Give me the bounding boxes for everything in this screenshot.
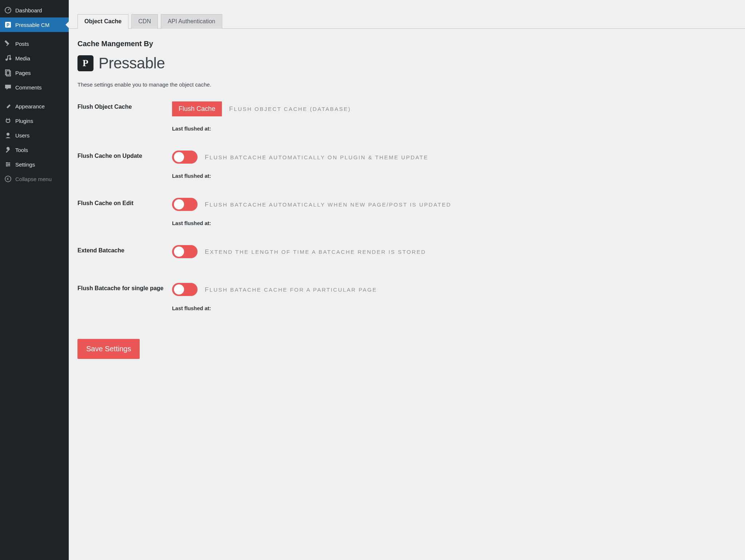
pressable-logo-icon: P: [77, 55, 93, 71]
setting-hint: Flush batcache automatically on plugin &…: [205, 153, 429, 161]
sidebar-item-media[interactable]: Media: [0, 51, 69, 65]
sidebar-item-label: Posts: [15, 41, 29, 47]
plugins-icon: [4, 117, 12, 124]
pages-icon: [4, 69, 12, 76]
sidebar-item-pressable-cm[interactable]: P Pressable CM: [0, 17, 69, 32]
svg-point-4: [9, 58, 11, 60]
setting-label: Flush Cache on Update: [77, 151, 172, 159]
sidebar-item-tools[interactable]: Tools: [0, 143, 69, 157]
setting-flush-object-cache: Flush Object Cache Flush Cache Flush obj…: [77, 101, 736, 144]
setting-control: Flush Cache Flush object cache (Database…: [172, 101, 736, 144]
svg-point-11: [5, 176, 11, 182]
toggle-flush-on-update[interactable]: [172, 151, 198, 164]
setting-control: Extend the length of time a Batcache ren…: [172, 245, 736, 276]
sidebar-item-dashboard[interactable]: Dashboard: [0, 3, 69, 17]
sidebar-item-posts[interactable]: Posts: [0, 36, 69, 51]
setting-control: Flush batcache automatically on plugin &…: [172, 151, 736, 191]
last-flushed-text: Last flushed at:: [172, 126, 736, 132]
toggle-flush-single-page[interactable]: [172, 283, 198, 296]
comments-icon: [4, 84, 12, 91]
last-flushed-text: Last flushed at:: [172, 305, 736, 311]
setting-hint: Flush object cache (Database): [229, 105, 351, 113]
setting-label: Flush Object Cache: [77, 101, 172, 110]
sidebar-item-label: Pressable CM: [15, 22, 49, 28]
last-flushed-text: Last flushed at:: [172, 173, 736, 179]
sidebar-item-pages[interactable]: Pages: [0, 65, 69, 80]
admin-sidebar: Dashboard P Pressable CM Posts Media Pag…: [0, 0, 69, 560]
setting-control: Flush Batcache automatically when new pa…: [172, 198, 736, 239]
svg-point-8: [6, 162, 8, 164]
setting-hint: Flush batache cache for a particular pag…: [205, 286, 377, 293]
tab-api-auth[interactable]: API Authentication: [161, 14, 222, 29]
sidebar-item-label: Users: [15, 132, 29, 139]
sidebar-item-users[interactable]: Users: [0, 128, 69, 143]
section-heading: Cache Mangement By: [77, 40, 736, 48]
pressable-icon: P: [4, 21, 12, 28]
tabs: Object Cache CDN API Authentication: [69, 0, 745, 29]
svg-text:P: P: [7, 23, 9, 28]
users-icon: [4, 132, 12, 139]
setting-label: Flush Cache on Edit: [77, 198, 172, 207]
pressable-logo-text: Pressable: [99, 55, 165, 72]
setting-flush-on-edit: Flush Cache on Edit Flush Batcache autom…: [77, 198, 736, 239]
sidebar-item-label: Comments: [15, 84, 42, 91]
sidebar-item-settings[interactable]: Settings: [0, 157, 69, 172]
sidebar-item-label: Plugins: [15, 118, 33, 124]
toggle-extend-batcache[interactable]: [172, 245, 198, 258]
tools-icon: [4, 146, 12, 153]
content: Cache Mangement By P Pressable These set…: [69, 29, 745, 370]
setting-label: Extend Batcache: [77, 245, 172, 254]
setting-hint: Flush Batcache automatically when new pa…: [205, 201, 451, 208]
brand-logo: P Pressable: [77, 55, 736, 72]
svg-point-9: [8, 164, 10, 165]
tab-object-cache[interactable]: Object Cache: [77, 14, 128, 29]
sidebar-item-label: Tools: [15, 147, 28, 153]
setting-extend-batcache: Extend Batcache Extend the length of tim…: [77, 245, 736, 276]
sidebar-item-plugins[interactable]: Plugins: [0, 113, 69, 128]
toggle-flush-on-edit[interactable]: [172, 198, 198, 211]
save-settings-button[interactable]: Save Settings: [77, 339, 140, 359]
main-content: Object Cache CDN API Authentication Cach…: [69, 0, 745, 560]
setting-hint: Extend the length of time a Batcache ren…: [205, 248, 426, 256]
sidebar-item-collapse[interactable]: Collapse menu: [0, 172, 69, 186]
sidebar-item-label: Dashboard: [15, 7, 42, 13]
flush-cache-button[interactable]: Flush Cache: [172, 101, 222, 116]
sidebar-item-label: Appearance: [15, 103, 45, 109]
setting-flush-single-page: Flush Batcache for single page Flush bat…: [77, 283, 736, 324]
sidebar-item-comments[interactable]: Comments: [0, 80, 69, 95]
appearance-icon: [4, 103, 12, 110]
svg-point-7: [7, 133, 9, 136]
media-icon: [4, 55, 12, 62]
svg-point-10: [6, 165, 8, 167]
settings-icon: [4, 161, 12, 168]
last-flushed-text: Last flushed at:: [172, 220, 736, 226]
description: These settings enable you to manage the …: [77, 81, 736, 88]
sidebar-item-label: Pages: [15, 70, 31, 76]
setting-control: Flush batache cache for a particular pag…: [172, 283, 736, 324]
tab-cdn[interactable]: CDN: [131, 14, 158, 29]
sidebar-item-label: Collapse menu: [15, 176, 52, 182]
pin-icon: [4, 40, 12, 47]
setting-label: Flush Batcache for single page: [77, 283, 172, 292]
collapse-icon: [4, 175, 12, 183]
sidebar-item-label: Settings: [15, 161, 35, 168]
setting-flush-on-update: Flush Cache on Update Flush batcache aut…: [77, 151, 736, 191]
sidebar-item-appearance[interactable]: Appearance: [0, 99, 69, 113]
dashboard-icon: [4, 7, 12, 14]
sidebar-item-label: Media: [15, 55, 30, 61]
